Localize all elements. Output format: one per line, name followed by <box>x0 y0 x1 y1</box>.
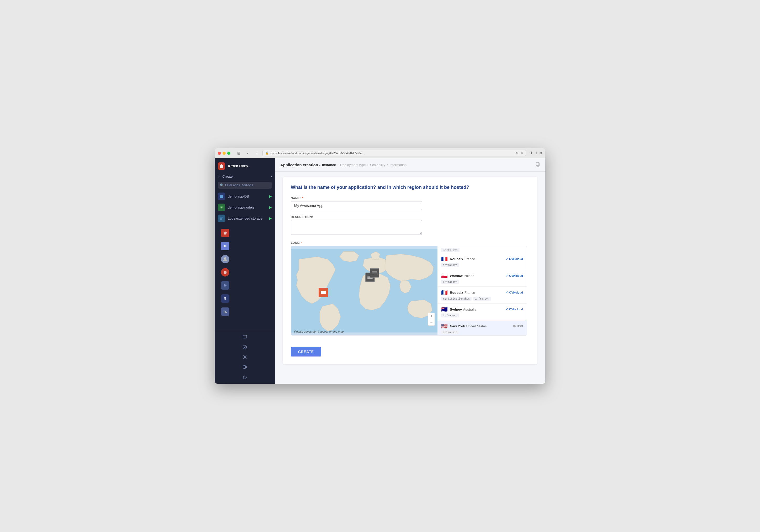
forward-button[interactable]: › <box>253 151 260 156</box>
sidebar-avatar-item-1[interactable] <box>218 227 272 239</box>
avatar-af: AF <box>221 242 229 250</box>
close-button[interactable] <box>218 152 221 155</box>
minimize-button[interactable] <box>222 152 226 155</box>
sidebar-org[interactable]: Kitten Corp. <box>215 160 275 172</box>
name-label: NAME: * <box>291 197 530 200</box>
svg-rect-1 <box>220 196 223 197</box>
map-zoom-plus[interactable]: + <box>428 313 435 319</box>
sidebar-item-logs[interactable]: Logs extended storage ▶ <box>215 213 275 224</box>
tabs-icon[interactable]: ⧉ <box>540 151 542 155</box>
content-area: Application creation - Instance › Deploy… <box>275 158 545 384</box>
map-pin-na[interactable] <box>318 288 328 297</box>
create-left: + Create... <box>218 174 235 179</box>
zone-badge-3b: infra:ovh <box>473 297 491 301</box>
maximize-button[interactable] <box>227 152 230 155</box>
app-name-input[interactable] <box>291 201 422 210</box>
zone-city-4: Sydney <box>450 307 462 311</box>
svg-rect-19 <box>536 162 539 165</box>
sidebar-avatar-item-af[interactable]: AF <box>218 240 272 252</box>
zone-item-roubaix-2[interactable]: 🇫🇷 Roubaix France ✓ OVHcloud <box>438 287 527 303</box>
form-headline: What is the name of your application? an… <box>291 185 530 190</box>
flag-fr-2: 🇫🇷 <box>441 289 448 296</box>
sidebar-avatar-item-tc[interactable]: TC <box>218 306 272 318</box>
share-icon[interactable]: ⬆ <box>530 151 533 155</box>
svg-text:N: N <box>221 206 222 209</box>
map-note: Private zones don't appear on the map. <box>294 330 345 333</box>
sidebar-toggle-icon[interactable]: ⊞ <box>235 151 243 156</box>
breadcrumb-instance[interactable]: Instance <box>322 163 336 167</box>
breadcrumb-title: Application creation - <box>280 163 320 167</box>
zone-provider-4: ✓ OVHcloud <box>506 307 523 311</box>
zone-country-4: Australia <box>463 307 477 311</box>
extension-icon[interactable]: ⊕ <box>520 152 523 155</box>
copy-icon[interactable] <box>535 162 540 168</box>
lock-icon: 🔒 <box>265 152 269 155</box>
search-input[interactable] <box>218 182 272 189</box>
map-pin-eu2[interactable] <box>370 268 379 278</box>
create-button[interactable]: CREATE <box>291 347 321 357</box>
zone-badges-4: infra:ovh <box>441 314 523 317</box>
zone-city-3: Roubaix <box>450 291 463 294</box>
url-bar[interactable]: 🔒 console.clever-cloud.com/organisations… <box>262 150 526 156</box>
avatar-red <box>221 229 229 237</box>
zone-badges-3: certification:hds infra:ovh <box>441 297 523 301</box>
svg-rect-6 <box>220 218 222 218</box>
breadcrumb-sep-3: › <box>387 163 388 166</box>
zone-provider-1: ✓ OVHcloud <box>506 257 523 261</box>
sidebar-check-icon[interactable] <box>215 342 275 352</box>
db-play-icon[interactable]: ▶ <box>269 194 272 198</box>
logs-label: Logs extended storage <box>228 216 262 220</box>
titlebar-right-icons: ⬆ + ⧉ <box>530 151 542 155</box>
svg-rect-14 <box>243 335 247 338</box>
sidebar-create-button[interactable]: + Create... › <box>215 172 275 181</box>
zone-country-5: United States <box>466 324 487 328</box>
node-play-icon[interactable]: ▶ <box>269 205 272 209</box>
description-label: DESCRIPTION: <box>291 215 530 218</box>
zone-group: ZONE: * <box>291 241 530 335</box>
sidebar-avatar-item-g[interactable]: G <box>218 292 272 305</box>
sidebar-gear-icon[interactable] <box>215 352 275 362</box>
sidebar-item-demo-app-nodejs[interactable]: N demo-app-nodejs ▶ <box>215 202 275 213</box>
search-wrap: 🔍 <box>218 182 272 189</box>
logs-play-icon[interactable]: ▶ <box>269 216 272 220</box>
sidebar-avatar-item-person[interactable] <box>218 253 272 265</box>
refresh-icon[interactable]: ↻ <box>516 152 518 155</box>
db-app-icon <box>218 193 225 200</box>
svg-point-15 <box>243 345 247 349</box>
zone-city-2: Warsaw <box>450 274 463 278</box>
app-window: ⊞ ‹ › 🔒 console.clever-cloud.com/organis… <box>215 148 545 384</box>
zone-item-roubaix-1[interactable]: 🇫🇷 Roubaix France ✓ OVHcloud <box>438 253 527 270</box>
zone-badge-2: infra:ovh <box>441 280 459 284</box>
svg-rect-7 <box>220 219 222 220</box>
zone-item-left-2: 🇵🇱 Warsaw Poland <box>441 273 474 279</box>
zone-item-sydney[interactable]: 🇦🇺 Sydney Australia ✓ OVHcloud <box>438 303 527 320</box>
sidebar-item-logs-left: Logs extended storage <box>218 215 262 222</box>
map-zoom-minus[interactable]: − <box>428 319 435 326</box>
zone-item-newyork[interactable]: 🇺🇸 New York United States ⊕ BSO <box>438 320 527 335</box>
server-icon-eu2 <box>370 268 379 278</box>
avatar-tc: TC <box>221 307 229 316</box>
name-required: * <box>302 197 303 200</box>
zone-item-warsaw[interactable]: 🇵🇱 Warsaw Poland ✓ OVHcloud <box>438 270 527 287</box>
sidebar-chat-icon[interactable] <box>215 332 275 342</box>
traffic-lights <box>218 152 230 155</box>
url-bar-icons: ↻ ⊕ <box>516 152 523 155</box>
sidebar-globe-icon[interactable] <box>215 362 275 372</box>
description-input[interactable] <box>291 220 422 235</box>
breadcrumb-information[interactable]: Information <box>390 163 406 167</box>
zone-item-left: 🇫🇷 Roubaix France <box>441 256 475 262</box>
zone-country-3: France <box>464 291 475 294</box>
zone-country-1: France <box>464 257 475 261</box>
back-button[interactable]: ‹ <box>244 151 252 156</box>
breadcrumb-scalability[interactable]: Scalability <box>370 163 386 167</box>
sidebar-power-icon[interactable] <box>215 372 275 382</box>
zone-provider-5: ⊕ BSO <box>513 324 523 328</box>
zone-city-1: Roubaix <box>450 257 463 261</box>
breadcrumb-deployment[interactable]: Deployment type <box>340 163 366 167</box>
avatar-red-circle <box>221 268 229 277</box>
content-header: Application creation - Instance › Deploy… <box>275 158 545 172</box>
sidebar-avatar-item-2[interactable] <box>218 266 272 278</box>
plus-icon[interactable]: + <box>535 151 538 155</box>
sidebar-item-demo-app-db[interactable]: demo-app-DB ▶ <box>215 191 275 202</box>
sidebar-avatar-item-design[interactable] <box>218 279 272 291</box>
